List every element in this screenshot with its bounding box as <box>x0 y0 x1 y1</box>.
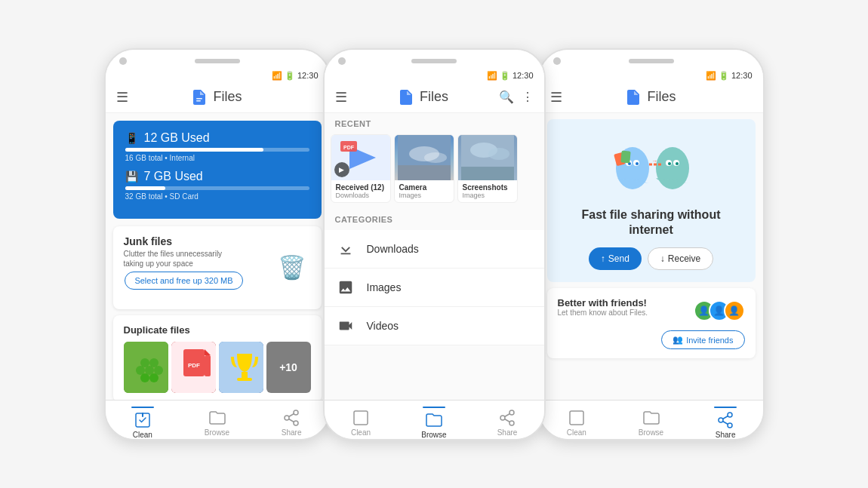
active-indicator-3 <box>714 407 737 408</box>
more-icon[interactable]: ⋮ <box>522 90 534 104</box>
svg-point-34 <box>500 416 505 420</box>
dup-thumb-3-img <box>219 342 263 393</box>
files-logo-icon-3 <box>624 88 642 106</box>
browse-label-1: Browse <box>205 428 229 437</box>
sharing-title: Fast file sharing without internet <box>559 207 743 239</box>
svg-point-6 <box>136 366 145 375</box>
avatar-3: 👤 <box>724 300 745 321</box>
images-svg-icon <box>337 279 354 296</box>
phone-2-top-bar <box>325 50 544 69</box>
downloads-icon <box>335 238 356 259</box>
dup-thumb-more: +10 <box>266 342 311 393</box>
friends-desc: Let them know about Files. <box>558 308 648 317</box>
svg-point-19 <box>294 421 298 425</box>
clean-label-3: Clean <box>567 428 586 437</box>
nav-clean-1[interactable]: Clean <box>106 402 180 440</box>
junk-card: Junk files Clutter the files unnecessari… <box>113 226 322 309</box>
svg-point-48 <box>668 162 671 165</box>
friends-title: Better with friends! <box>558 297 648 308</box>
invite-friends-button[interactable]: 👥 Invite friends <box>661 330 744 349</box>
recent-item-3[interactable]: Screenshots Images <box>457 134 518 203</box>
category-videos[interactable]: Videos <box>325 307 544 345</box>
menu-icon-2[interactable]: ☰ <box>335 89 347 106</box>
phone-2-app-bar: ☰ Files 🔍 ⋮ <box>325 82 544 113</box>
dup-thumb-3 <box>219 342 263 393</box>
menu-icon[interactable]: ☰ <box>116 89 128 106</box>
category-downloads[interactable]: Downloads <box>325 230 544 269</box>
nav-browse-1[interactable]: Browse <box>180 404 254 440</box>
junk-desc: Clutter the files unnecessarily taking u… <box>124 249 245 269</box>
svg-point-52 <box>719 418 723 422</box>
phone-1-content: 📱 12 GB Used 16 GB total • Internal 💾 7 … <box>106 113 329 400</box>
app-title-2: Files <box>420 89 448 105</box>
phone-3-content: → Fast file sharing without internet ↑ S… <box>540 113 763 400</box>
svg-text:PDF: PDF <box>343 145 355 150</box>
search-icon[interactable]: 🔍 <box>499 90 514 104</box>
svg-text:→: → <box>651 158 657 164</box>
recent-thumb-3-img <box>461 135 514 180</box>
phone-1-status-bar: 📶 🔋 12:30 <box>106 69 329 82</box>
junk-info: Junk files Clutter the files unnecessari… <box>124 235 245 300</box>
svg-rect-12 <box>205 355 211 376</box>
svg-text:PDF: PDF <box>188 362 200 369</box>
phone-1-bottom-nav: Clean Browse Share <box>106 400 329 440</box>
signal-icon: 📶 <box>272 71 282 81</box>
menu-icon-3[interactable]: ☰ <box>550 89 562 106</box>
app-bar-title: Files <box>128 88 305 106</box>
share-label-2: Share <box>497 428 518 437</box>
download-svg-icon <box>337 241 354 257</box>
phone-2-content: RECENT PDF ▶ Received (12) <box>325 113 544 400</box>
svg-rect-32 <box>461 167 514 180</box>
svg-line-54 <box>723 421 728 424</box>
svg-point-31 <box>488 148 509 160</box>
duplicate-title: Duplicate files <box>124 324 311 336</box>
recent-name-3: Screenshots <box>463 183 512 192</box>
app-title-3: Files <box>647 89 676 105</box>
active-indicator <box>131 407 154 408</box>
recent-sub-1: Downloads <box>336 192 386 199</box>
recent-sub-3: Images <box>463 192 512 199</box>
recent-item-1[interactable]: PDF ▶ Received (12) Downloads <box>331 134 391 203</box>
status-icons: 📶 🔋 12:30 <box>272 71 319 81</box>
storage-internal-label: 12 GB Used <box>144 131 210 145</box>
friend-avatars: 👤 👤 👤 <box>694 300 745 321</box>
friends-card: Better with friends! Let them know about… <box>547 288 756 358</box>
nav-share-3[interactable]: Share <box>688 402 763 440</box>
svg-line-20 <box>289 419 294 422</box>
recent-row: PDF ▶ Received (12) Downloads <box>325 131 544 209</box>
app-bar-title-3: Files <box>562 88 739 106</box>
sharing-illustration: → Fast file sharing without internet ↑ S… <box>547 119 756 283</box>
recent-thumb-1: PDF ▶ <box>331 135 390 180</box>
svg-rect-15 <box>242 372 248 378</box>
app-bar-title-2: Files <box>347 88 499 106</box>
receive-button[interactable]: ↓ Receive <box>648 247 713 270</box>
svg-point-49 <box>676 162 679 165</box>
nav-clean-3[interactable]: Clean <box>540 404 614 440</box>
category-images[interactable]: Images <box>325 269 544 307</box>
phone-speaker <box>195 59 240 63</box>
nav-share-1[interactable]: Share <box>254 404 329 440</box>
phone-3-status-bar: 📶 🔋 12:30 <box>540 69 763 82</box>
signal-icon-3: 📶 <box>706 71 716 81</box>
phone-3-bottom-nav: Clean Browse Share <box>540 400 763 440</box>
svg-point-42 <box>636 162 639 165</box>
phone-storage-icon: 📱 <box>125 132 138 144</box>
clean-nav-icon-3 <box>568 409 586 427</box>
share-label-1: Share <box>282 428 302 437</box>
select-btn-wrapper: Select and free up 320 MB <box>124 269 245 300</box>
phone-camera <box>119 57 127 65</box>
svg-line-55 <box>723 416 728 419</box>
nav-browse-3[interactable]: Browse <box>614 404 688 440</box>
nav-share-2[interactable]: Share <box>471 404 544 440</box>
select-free-button[interactable]: Select and free up 320 MB <box>125 272 242 290</box>
nav-browse-2[interactable]: Browse <box>398 402 471 440</box>
svg-point-7 <box>154 366 163 375</box>
recent-item-2[interactable]: Camera Images <box>394 134 454 203</box>
dup-thumb-2-img: PDF <box>171 342 216 393</box>
send-button[interactable]: ↑ Send <box>589 247 642 270</box>
nav-clean-2[interactable]: Clean <box>325 404 398 440</box>
browse-label-2: Browse <box>421 431 446 439</box>
sdcard-icon: 💾 <box>125 170 138 183</box>
junk-emoji-icon: 🗑️ <box>278 254 306 281</box>
sharing-ghosts-svg: → <box>606 134 697 195</box>
